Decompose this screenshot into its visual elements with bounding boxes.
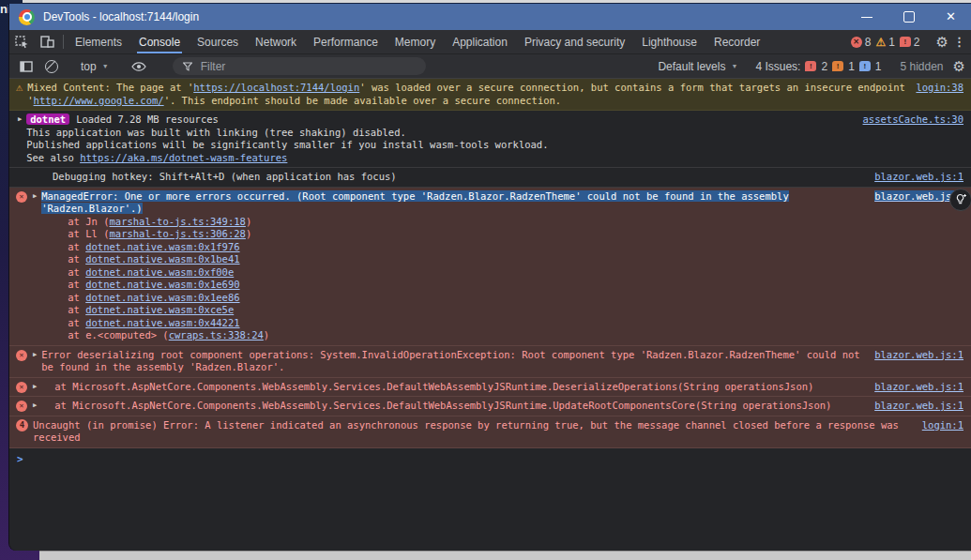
stack-source-link[interactable]: dotnet.native.wasm:0x1f976: [85, 241, 239, 252]
background-taskbar-strip: [39, 551, 971, 560]
chevron-down-icon: ▼: [731, 63, 737, 69]
expand-caret-icon[interactable]: ▶: [31, 190, 41, 204]
message-text: Debugging hotkey: Shift+Alt+D (when appl…: [16, 171, 865, 184]
window-titlebar[interactable]: DevTools - localhost:7144/login ✕: [9, 4, 971, 30]
understand-error-ai-button[interactable]: [949, 189, 971, 211]
text: at Ll (: [68, 228, 109, 239]
source-link[interactable]: login:38: [916, 82, 963, 95]
stack-frame: at dotnet.native.wasm:0x1be41: [68, 253, 865, 266]
stack-frame: at e.<computed> (cwraps.ts:338:24): [68, 329, 865, 342]
console-empty-area[interactable]: [9, 470, 971, 551]
hidden-messages-label[interactable]: 5 hidden: [894, 60, 950, 73]
url-link[interactable]: https://localhost:7144/login: [193, 82, 359, 93]
source-link[interactable]: login:1: [922, 419, 963, 432]
error-count-badge[interactable]: ✕ 8: [851, 36, 872, 49]
source-link[interactable]: assetsCache.ts:30: [863, 114, 963, 127]
maximize-button[interactable]: [903, 11, 915, 23]
window-title: DevTools - localhost:7144/login: [43, 10, 853, 23]
console-message-mixed-content: ⚠ Mixed Content: The page at 'https://lo…: [9, 79, 971, 111]
settings-gear-icon[interactable]: ⚙: [936, 35, 948, 49]
expand-caret-icon[interactable]: ▶: [31, 381, 41, 394]
context-label: top: [81, 60, 97, 73]
stack-source-link[interactable]: dotnet.native.wasm:0x1ee86: [85, 292, 239, 303]
stack-trace: at Jn (marshal-to-js.ts:349:18)at Ll (ma…: [41, 216, 865, 342]
stack-source-link[interactable]: cwraps.ts:338:24: [169, 329, 264, 341]
source-link[interactable]: blazor.web.js:1: [874, 400, 963, 413]
tab-network[interactable]: Network: [247, 30, 305, 53]
improvement-issue-count: 1: [875, 60, 882, 73]
source-link[interactable]: blazor.web.js:1: [874, 349, 963, 362]
tab-memory[interactable]: Memory: [387, 30, 444, 53]
filter-box[interactable]: [173, 57, 426, 75]
text: Mixed Content: The page at ': [27, 82, 193, 93]
stack-source-link[interactable]: dotnet.native.wasm:0x44221: [85, 317, 239, 328]
console-prompt[interactable]: >: [9, 448, 971, 471]
minimize-button[interactable]: [861, 11, 872, 23]
error-icon: ✕: [16, 191, 27, 203]
breaking-change-issue-count: 1: [848, 60, 855, 73]
url-link[interactable]: https://aka.ms/dotnet-wasm-features: [80, 152, 287, 163]
text: at: [68, 304, 85, 315]
stack-source-link[interactable]: dotnet.native.wasm:0xf00e: [85, 266, 234, 278]
tab-sources[interactable]: Sources: [189, 30, 247, 53]
console-sidebar-toggle-icon[interactable]: [15, 61, 38, 72]
console-message-debug-hotkey: Debugging hotkey: Shift+Alt+D (when appl…: [9, 168, 971, 188]
error-icon: ✕: [16, 350, 27, 361]
message-text: Error deserializing root component opera…: [41, 349, 865, 374]
console-message-stack-frame-1: ✕ ▶ at Microsoft.AspNetCore.Components.W…: [9, 378, 971, 398]
clear-console-icon[interactable]: [40, 60, 63, 73]
text: at: [68, 253, 85, 265]
close-button[interactable]: ✕: [946, 11, 956, 23]
tab-performance[interactable]: Performance: [305, 30, 387, 53]
tab-elements[interactable]: Elements: [67, 30, 130, 53]
text: at: [68, 241, 85, 252]
tab-application[interactable]: Application: [444, 30, 516, 53]
expand-caret-icon[interactable]: ▶: [31, 400, 41, 413]
issues-count-badge[interactable]: ! 2: [900, 36, 920, 49]
live-expression-eye-icon[interactable]: [127, 62, 151, 71]
stack-source-link[interactable]: dotnet.native.wasm:0xce5e: [85, 304, 234, 315]
text: ): [246, 228, 251, 239]
stack-source-link[interactable]: marshal-to-js.ts:306:28: [109, 228, 245, 239]
chevron-down-icon: ▼: [102, 63, 109, 69]
console-settings-gear-icon[interactable]: ⚙: [953, 59, 965, 73]
stack-source-link[interactable]: dotnet.native.wasm:0x1be41: [85, 253, 239, 265]
page-error-issue-count: 2: [821, 60, 827, 73]
expand-caret-icon[interactable]: ▶: [16, 114, 26, 127]
stack-frame: at dotnet.native.wasm:0xf00e: [68, 266, 865, 280]
console-message-stack-frame-2: ✕ ▶ at Microsoft.AspNetCore.Components.W…: [9, 397, 971, 416]
warning-count-badge[interactable]: ⚠ 1: [875, 36, 894, 49]
text: at Jn (: [68, 216, 109, 227]
source-link[interactable]: blazor.web.js:1: [874, 171, 963, 184]
stack-frame: at Ll (marshal-to-js.ts:306:28): [68, 228, 865, 241]
page-error-issue-icon: !: [805, 61, 816, 71]
device-toolbar-icon[interactable]: [35, 30, 60, 53]
improvement-issue-icon: !: [859, 61, 871, 71]
url-link[interactable]: http://www.google.com/: [34, 95, 164, 106]
chrome-logo-icon: [19, 9, 35, 25]
issues-summary[interactable]: 4 Issues: ! 2 ! 1 ! 1: [755, 60, 881, 73]
filter-input[interactable]: [199, 59, 416, 74]
javascript-context-dropdown[interactable]: top ▼: [75, 60, 114, 73]
stack-source-link[interactable]: dotnet.native.wasm:0x1e690: [85, 279, 239, 290]
console-message-deserialize-error: ✕ ▶ Error deserializing root component o…: [9, 346, 971, 378]
stack-frame: at dotnet.native.wasm:0x44221: [68, 317, 865, 330]
expand-caret-icon[interactable]: ▶: [31, 349, 41, 362]
tab-lighthouse[interactable]: Lighthouse: [633, 30, 705, 53]
source-link[interactable]: blazor.web.js:1: [874, 381, 963, 394]
message-text: at Microsoft.AspNetCore.Components.WebAs…: [41, 400, 865, 413]
more-options-kebab-icon[interactable]: ⋮: [953, 35, 965, 49]
tab-privacy-and-security[interactable]: Privacy and security: [516, 30, 633, 53]
stack-frame: at dotnet.native.wasm:0x1e690: [68, 279, 865, 292]
devtools-tabbar: Elements Console Sources Network Perform…: [9, 30, 971, 54]
stack-source-link[interactable]: marshal-to-js.ts:349:18: [109, 216, 245, 227]
tab-console[interactable]: Console: [130, 30, 189, 53]
text: at: [68, 266, 85, 278]
log-levels-dropdown[interactable]: Default levels ▼: [652, 60, 743, 73]
inspect-element-icon[interactable]: [9, 30, 35, 53]
error-icon: ✕: [851, 37, 862, 48]
dotnet-badge: dotnet: [26, 114, 69, 125]
message-text: Uncaught (in promise) Error: A listener …: [33, 419, 913, 445]
tab-recorder[interactable]: Recorder: [705, 30, 768, 53]
text: at e.<computed> (: [68, 329, 168, 341]
